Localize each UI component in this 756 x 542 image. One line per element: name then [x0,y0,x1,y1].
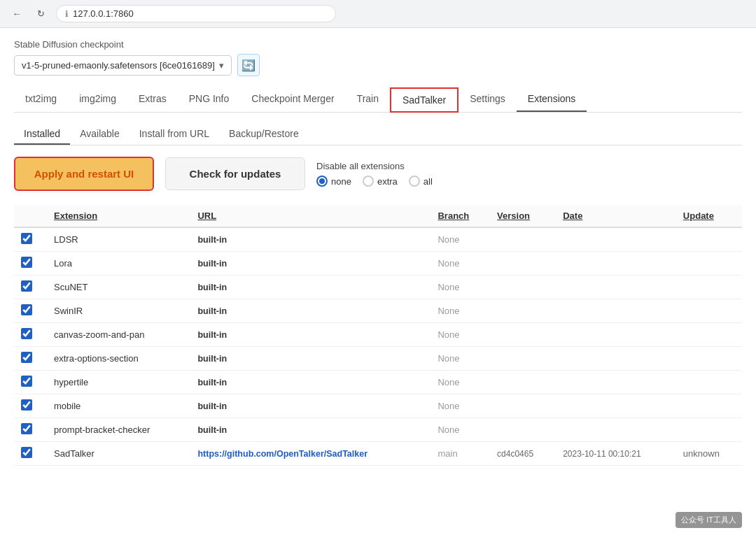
extension-checkbox[interactable] [21,376,32,387]
refresh-checkpoint-button[interactable]: 🔄 [237,54,260,76]
sub-tab-installed[interactable]: Installed [14,124,70,145]
extension-version: cd4c0465 [490,442,556,466]
table-row: SadTalkerhttps://github.com/OpenTalker/S… [14,442,742,466]
col-header-url: URL [190,205,430,227]
url-text: 127.0.0.1:7860 [73,8,134,19]
nav-tab-img2img[interactable]: img2img [68,87,127,112]
disable-label: Disable all extensions [316,161,433,171]
info-icon: ℹ [65,9,69,19]
extension-branch: None [430,252,490,276]
app-content: Stable Diffusion checkpoint v1-5-pruned-… [0,28,756,477]
extension-date [556,299,676,323]
extension-checkbox[interactable] [21,257,32,268]
extension-checkbox[interactable] [21,328,32,339]
table-row: SwinIRbuilt-inNone [14,299,742,323]
radio-row: noneextraall [316,176,433,187]
extension-name: canvas-zoom-and-pan [47,323,190,347]
address-bar[interactable]: ℹ 127.0.0.1:7860 [56,5,336,22]
back-button[interactable]: ← [8,6,25,22]
col-header-update: Update [676,205,742,227]
nav-tab-checkpoint-merger[interactable]: Checkpoint Merger [240,87,345,112]
col-header-checkbox [14,205,47,227]
extension-checkbox[interactable] [21,304,32,315]
extension-checkbox[interactable] [21,447,32,458]
extension-name: Lora [47,252,190,276]
extension-update [676,371,742,394]
nav-tab-settings[interactable]: Settings [458,87,517,112]
extension-date [556,347,676,371]
reload-button[interactable]: ↻ [32,6,49,22]
extension-date [556,227,676,252]
check-updates-button[interactable]: Check for updates [165,157,305,190]
extension-version [490,299,556,323]
nav-tab-train[interactable]: Train [346,87,390,112]
sub-tabs: InstalledAvailableInstall from URLBackup… [14,124,742,145]
extension-version [490,371,556,394]
sub-tab-install-from-url[interactable]: Install from URL [130,124,219,145]
checkpoint-label: Stable Diffusion checkpoint [14,39,742,50]
refresh-icon: 🔄 [241,59,255,72]
sub-tab-backup-restore[interactable]: Backup/Restore [219,124,309,145]
nav-tab-txt2img[interactable]: txt2img [14,87,68,112]
col-header-branch: Branch [430,205,490,227]
extension-date [556,276,676,299]
extension-name: hypertile [47,371,190,394]
table-row: mobilebuilt-inNone [14,394,742,418]
extension-checkbox[interactable] [21,423,32,434]
extension-checkbox[interactable] [21,233,32,244]
checkpoint-value: v1-5-pruned-emaonly.safetensors [6ce0161… [22,60,215,71]
extension-version [490,252,556,276]
nav-tab-extras[interactable]: Extras [127,87,178,112]
col-header-date: Date [556,205,676,227]
extension-update [676,227,742,252]
table-row: ScuNETbuilt-inNone [14,276,742,299]
extension-name: LDSR [47,227,190,252]
sub-tab-available[interactable]: Available [70,124,130,145]
extension-date [556,323,676,347]
extension-branch: None [430,347,490,371]
extension-url: built-in [190,371,430,394]
extension-update [676,347,742,371]
extension-name: ScuNET [47,276,190,299]
nav-tab-extensions[interactable]: Extensions [517,87,587,112]
extension-name: SwinIR [47,299,190,323]
extension-url: built-in [190,276,430,299]
extension-version [490,418,556,442]
extension-update [676,276,742,299]
extension-checkbox[interactable] [21,352,32,363]
radio-all[interactable]: all [409,176,433,187]
extension-branch: None [430,276,490,299]
extension-url: built-in [190,227,430,252]
extension-branch: None [430,418,490,442]
extension-date [556,394,676,418]
extension-name: SadTalker [47,442,190,466]
extension-url: built-in [190,323,430,347]
checkpoint-select[interactable]: v1-5-pruned-emaonly.safetensors [6ce0161… [14,55,232,76]
nav-tab-png-info[interactable]: PNG Info [178,87,241,112]
extension-url: built-in [190,252,430,276]
extension-version [490,323,556,347]
extension-date: 2023-10-11 00:10:21 [556,442,676,466]
table-row: prompt-bracket-checkerbuilt-inNone [14,418,742,442]
nav-tab-sadtalker[interactable]: SadTalker [390,87,458,113]
radio-circle-none [316,176,328,187]
extension-checkbox[interactable] [21,399,32,411]
extensions-table: ExtensionURLBranchVersionDateUpdate LDSR… [14,205,742,466]
extension-update [676,394,742,418]
extension-name: prompt-bracket-checker [47,418,190,442]
radio-none[interactable]: none [316,176,351,187]
extension-branch: None [430,323,490,347]
extension-url: https://github.com/OpenTalker/SadTalker [190,442,430,466]
extension-url: built-in [190,418,430,442]
extension-checkbox[interactable] [21,280,32,292]
extension-update [676,252,742,276]
radio-extra[interactable]: extra [363,176,398,187]
extension-update [676,323,742,347]
nav-tabs: txt2imgimg2imgExtrasPNG InfoCheckpoint M… [14,87,742,113]
browser-chrome: ← ↻ ℹ 127.0.0.1:7860 [0,0,756,28]
extension-branch: None [430,299,490,323]
extension-version [490,347,556,371]
disable-section: Disable all extensions noneextraall [316,161,433,187]
extension-branch: None [430,227,490,252]
apply-restart-button[interactable]: Apply and restart UI [14,157,154,191]
